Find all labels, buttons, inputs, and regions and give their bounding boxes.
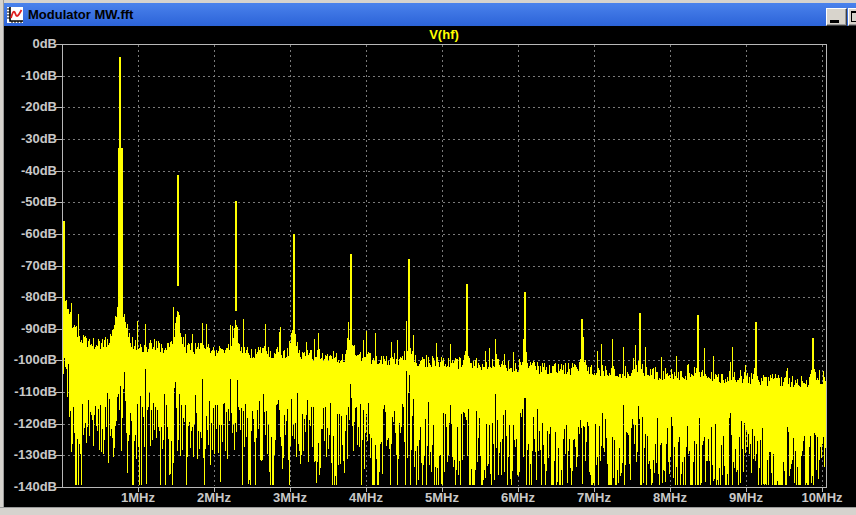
waveform-viewer-window: Modulator MW.fft V(hf) 0dB-10dB-20dB-30d… bbox=[0, 0, 856, 515]
window-frame-bottom bbox=[0, 507, 856, 515]
x-axis-label: 6MHz bbox=[488, 490, 548, 505]
y-axis-label: -140dB bbox=[0, 479, 57, 494]
y-axis-label: -90dB bbox=[0, 321, 57, 336]
y-axis-label: -70dB bbox=[0, 258, 57, 273]
y-axis-label: 0dB bbox=[0, 36, 57, 51]
y-axis-label: -80dB bbox=[0, 289, 57, 304]
y-axis-label: -50dB bbox=[0, 194, 57, 209]
fft-noise-floor bbox=[64, 291, 826, 485]
x-axis-label: 2MHz bbox=[184, 490, 244, 505]
y-axis-label: -110dB bbox=[0, 384, 57, 399]
y-axis-label: -60dB bbox=[0, 226, 57, 241]
window-frame-left bbox=[0, 0, 4, 515]
y-axis-label: -20dB bbox=[0, 99, 57, 114]
x-axis-label: 3MHz bbox=[260, 490, 320, 505]
y-axis-label: -10dB bbox=[0, 68, 57, 83]
y-axis-label: -100dB bbox=[0, 352, 57, 367]
x-axis-label: 7MHz bbox=[564, 490, 624, 505]
x-axis-label: 5MHz bbox=[412, 490, 472, 505]
x-axis-label: 9MHz bbox=[716, 490, 776, 505]
plot-area[interactable] bbox=[0, 0, 856, 515]
x-axis-label: 10MHz bbox=[792, 490, 852, 505]
x-axis-label: 1MHz bbox=[108, 490, 168, 505]
y-axis-label: -40dB bbox=[0, 163, 57, 178]
x-axis-label: 4MHz bbox=[336, 490, 396, 505]
y-axis-label: -30dB bbox=[0, 131, 57, 146]
y-axis-label: -130dB bbox=[0, 447, 57, 462]
x-axis-label: 8MHz bbox=[640, 490, 700, 505]
y-axis-label: -120dB bbox=[0, 416, 57, 431]
